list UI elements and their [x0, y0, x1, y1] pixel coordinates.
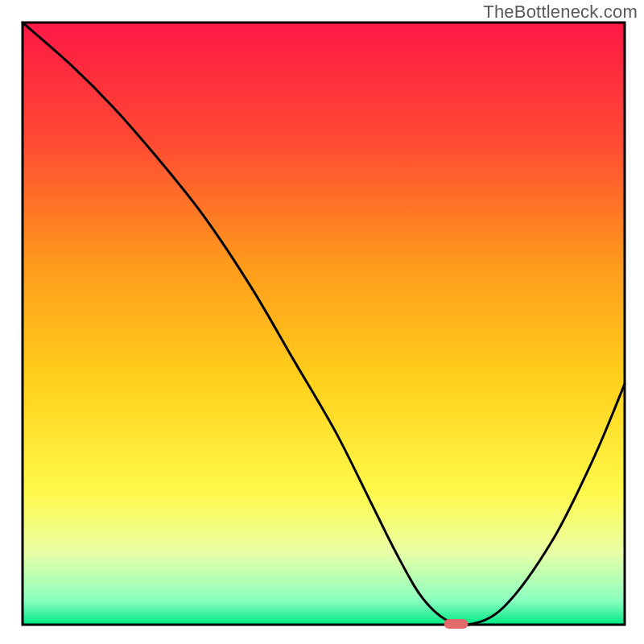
plot-background — [23, 23, 625, 625]
chart-stage: TheBottleneck.com — [0, 0, 644, 644]
chart-svg — [0, 0, 644, 644]
optimal-marker — [444, 619, 469, 629]
